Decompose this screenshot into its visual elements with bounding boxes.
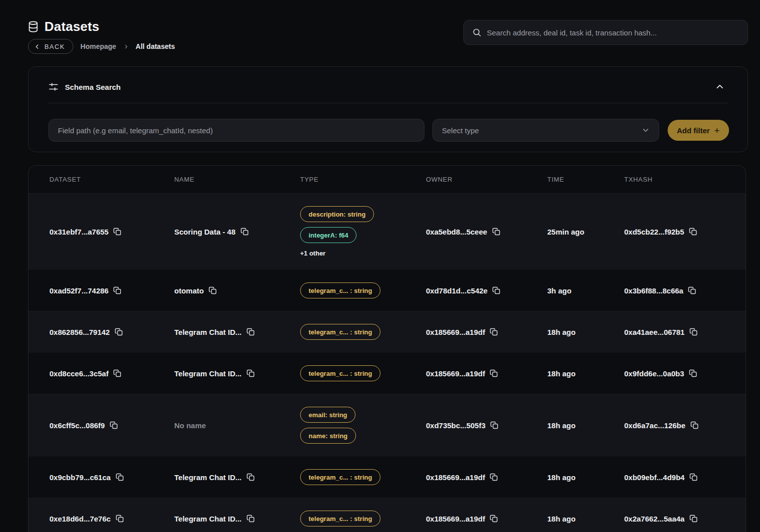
owner-address: 0xd78d1d...c542e [426,286,487,295]
copy-icon[interactable] [115,328,123,336]
dataset-name: Scoring Data - 48 [174,228,236,236]
back-button[interactable]: BACK [28,39,73,54]
collapse-button[interactable] [713,80,727,93]
type-badge: email: string [300,407,356,423]
txhash-cell: 0x2a7662...5aa4a [624,515,746,523]
copy-icon[interactable] [490,515,498,523]
copy-icon[interactable] [241,228,249,236]
copy-icon[interactable] [690,515,698,523]
copy-icon[interactable] [116,473,124,481]
table-row[interactable]: 0x862856...79142 Telegram Chat ID... tel… [28,311,746,352]
owner-address: 0x185669...a19df [426,515,485,523]
transaction-hash: 0x3b6f88...8c66a [624,286,683,295]
copy-icon[interactable] [691,421,699,429]
table-row[interactable]: 0xad52f7...74286 otomato telegram_c... :… [28,269,746,311]
transaction-hash: 0xd5cb22...f92b5 [624,228,684,236]
dataset-id: 0x862856...79142 [49,328,110,336]
txhash-cell: 0x9fdd6e...0a0b3 [624,369,746,378]
dataset-id: 0xd8cce6...3c5af [49,369,108,378]
owner-cell: 0x185669...a19df [426,369,547,378]
copy-icon[interactable] [688,286,696,294]
dataset-id: 0x9cbb79...c61ca [49,473,111,482]
copy-icon[interactable] [689,369,697,377]
type-badge: telegram_c... : string [300,365,380,381]
field-path-input[interactable] [48,119,424,142]
copy-icon[interactable] [490,328,498,336]
column-header-dataset: DATASET [49,176,174,183]
table-row[interactable]: 0xe18d6d...7e76c Telegram Chat ID... tel… [28,498,746,532]
table-row[interactable]: 0x31ebf7...a7655 Scoring Data - 48 descr… [28,193,746,269]
table-row[interactable]: 0xd8cce6...3c5af Telegram Chat ID... tel… [28,352,746,394]
owner-cell: 0xd78d1d...c542e [426,286,547,295]
search-input[interactable] [487,28,739,37]
copy-icon[interactable] [490,421,498,429]
schema-search-panel: Schema Search Select type Add filter + [28,66,748,152]
table-row[interactable]: 0x9cbb79...c61ca Telegram Chat ID... tel… [28,456,746,498]
breadcrumb-home[interactable]: Homepage [80,42,116,50]
schema-search-title: Schema Search [65,83,121,91]
copy-icon[interactable] [492,228,500,236]
txhash-cell: 0xd5cb22...f92b5 [624,228,746,236]
type-select[interactable]: Select type [432,119,659,142]
breadcrumb-current: All datasets [136,42,175,50]
type-badge: telegram_c... : string [300,469,380,485]
type-cell: description: stringintegerA: f64+1 other [300,206,426,257]
dataset-id: 0xad52f7...74286 [49,286,108,295]
copy-icon[interactable] [110,421,118,429]
transaction-hash: 0xb09ebf...4d9b4 [624,473,685,482]
plus-icon: + [714,126,720,135]
page-title: Datasets [44,19,99,34]
txhash-cell: 0xd6a7ac...126be [624,421,746,430]
owner-cell: 0xd735bc...505f3 [426,421,547,430]
type-select-value: Select type [442,126,479,135]
copy-icon[interactable] [113,369,121,377]
owner-address: 0x185669...a19df [426,473,485,482]
type-badge: integerA: f64 [300,227,357,243]
add-filter-button[interactable]: Add filter + [668,120,729,141]
transaction-hash: 0x9fdd6e...0a0b3 [624,369,684,378]
copy-icon[interactable] [247,369,255,377]
copy-icon[interactable] [690,328,698,336]
copy-icon[interactable] [113,228,121,236]
copy-icon[interactable] [689,228,697,236]
copy-icon[interactable] [247,473,255,481]
copy-icon[interactable] [113,286,121,294]
type-cell: telegram_c... : string [300,469,426,485]
dataset-cell: 0xad52f7...74286 [49,286,174,295]
table-row[interactable]: 0x6cff5c...086f9 No name email: stringna… [28,394,746,456]
breadcrumb: BACK Homepage All datasets [28,39,175,54]
search-icon [472,28,481,37]
copy-icon[interactable] [690,473,698,481]
dataset-name: No name [174,421,206,430]
copy-icon[interactable] [490,369,498,377]
transaction-hash: 0x2a7662...5aa4a [624,515,685,523]
name-cell: Telegram Chat ID... [174,515,300,523]
table-body: 0x31ebf7...a7655 Scoring Data - 48 descr… [28,193,746,532]
dataset-cell: 0x31ebf7...a7655 [49,228,174,236]
transaction-hash: 0xa41aee...06781 [624,328,685,336]
chevron-up-icon [715,82,725,91]
name-cell: Telegram Chat ID... [174,369,300,378]
type-cell: telegram_c... : string [300,511,426,527]
copy-icon[interactable] [490,473,498,481]
type-badge: telegram_c... : string [300,282,380,298]
dataset-name: Telegram Chat ID... [174,328,242,336]
copy-icon[interactable] [116,515,124,523]
dataset-name: Telegram Chat ID... [174,473,242,482]
copy-icon[interactable] [492,286,500,294]
type-badge: telegram_c... : string [300,511,380,527]
copy-icon[interactable] [209,286,217,294]
copy-icon[interactable] [247,328,255,336]
column-header-name: NAME [174,176,300,183]
time-cell: 25min ago [547,228,624,236]
name-cell: otomato [174,286,300,295]
dataset-cell: 0xe18d6d...7e76c [49,515,174,523]
copy-icon[interactable] [247,515,255,523]
type-cell: telegram_c... : string [300,324,426,340]
dataset-cell: 0x6cff5c...086f9 [49,421,174,430]
sliders-icon [48,82,58,91]
type-badge: name: string [300,428,356,444]
dataset-id: 0xe18d6d...7e76c [49,515,111,523]
column-header-type: TYPE [300,176,426,183]
owner-address: 0x185669...a19df [426,328,485,336]
